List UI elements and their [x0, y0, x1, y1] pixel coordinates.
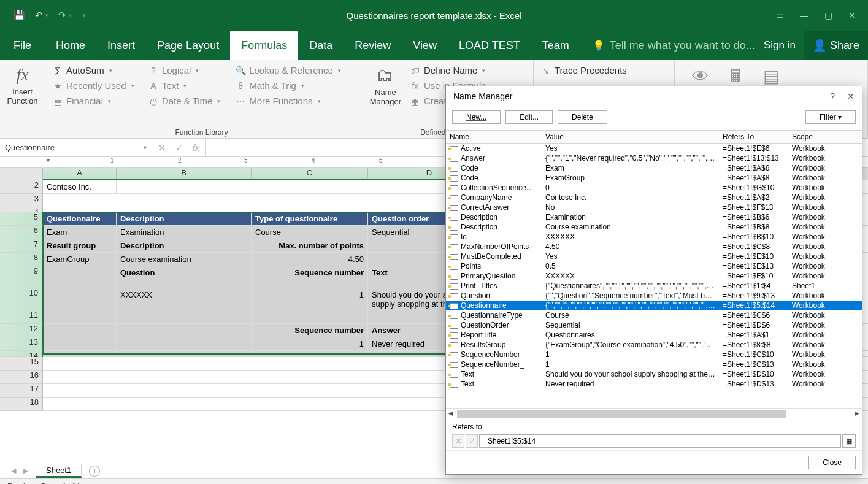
- undo-icon[interactable]: ↶▾: [35, 10, 48, 21]
- col-header-a[interactable]: A: [43, 168, 117, 180]
- col-header-refers[interactable]: Refers To: [719, 133, 788, 141]
- cell[interactable]: Exam: [43, 226, 117, 239]
- name-row[interactable]: TextShould you do your school supply sho…: [446, 369, 862, 379]
- more-functions-button[interactable]: ⋯More Functions▾: [233, 94, 353, 107]
- name-row[interactable]: DescriptionExamination=Sheet1!$B$6Workbo…: [446, 212, 862, 222]
- row-hdr-2[interactable]: 2: [0, 180, 43, 194]
- accept-refers-icon[interactable]: ✓: [466, 434, 478, 448]
- name-row[interactable]: ActiveYes=Sheet1!$E$6Workbook: [446, 144, 862, 153]
- cell[interactable]: Result group: [43, 239, 117, 252]
- tab-file[interactable]: File: [0, 31, 45, 60]
- name-row[interactable]: SequenceNumber_1=Sheet1!$C$13Workbook: [446, 359, 862, 369]
- name-row[interactable]: QuestionOrderSequential=Sheet1!$D$6Workb…: [446, 320, 862, 330]
- cell[interactable]: XXXXXX: [117, 288, 252, 310]
- tab-formulas[interactable]: Formulas: [230, 31, 298, 60]
- lookup-button[interactable]: 🔍Lookup & Reference▾: [233, 64, 353, 77]
- row-hdr-8[interactable]: 8: [0, 253, 43, 266]
- tab-data[interactable]: Data: [298, 31, 344, 60]
- cancel-icon[interactable]: ✕: [158, 143, 166, 153]
- col-header-value[interactable]: Value: [542, 133, 719, 141]
- tab-loadtest[interactable]: LOAD TEST: [448, 31, 531, 60]
- watch-window-icon[interactable]: 👁: [692, 66, 709, 86]
- financial-button[interactable]: ▤Financial▾: [50, 94, 146, 107]
- cell[interactable]: Type of questionnaire: [252, 212, 368, 225]
- row-hdr-15[interactable]: 15: [0, 357, 43, 371]
- dialog-close-icon[interactable]: ✕: [847, 91, 855, 101]
- trace-precedents-button[interactable]: ↘Trace Precedents: [539, 64, 669, 77]
- row-hdr-16[interactable]: 16: [0, 371, 43, 384]
- insert-function-button[interactable]: fx Insert Function: [5, 63, 40, 108]
- name-row[interactable]: Question{"","Question","Sequence number"…: [446, 291, 862, 301]
- row-hdr-13[interactable]: 13: [0, 337, 43, 351]
- name-row[interactable]: CorrectAnswerNo=Sheet1!$F$13Workbook: [446, 202, 862, 212]
- recently-used-button[interactable]: ★Recently Used▾: [50, 79, 146, 92]
- filter-button[interactable]: Filter ▾: [805, 110, 856, 124]
- close-icon[interactable]: ✕: [848, 10, 856, 20]
- name-list[interactable]: ActiveYes=Sheet1!$E$6WorkbookAnswer{"","…: [446, 144, 862, 408]
- cell[interactable]: 1: [252, 337, 368, 350]
- cell[interactable]: [43, 288, 117, 310]
- cell[interactable]: [43, 266, 117, 288]
- qat-customize-icon[interactable]: ▾: [82, 12, 86, 18]
- share-button[interactable]: 👤 Share: [804, 31, 868, 60]
- row-hdr-5[interactable]: 5: [0, 212, 43, 226]
- name-row[interactable]: Code_ExamGroup=Sheet1!$A$8Workbook: [446, 173, 862, 183]
- cell[interactable]: Contoso Inc.: [43, 180, 117, 193]
- cell[interactable]: Examination: [117, 226, 252, 239]
- cell[interactable]: Description: [117, 239, 252, 252]
- tab-review[interactable]: Review: [344, 31, 402, 60]
- row-hdr-7[interactable]: 7: [0, 239, 43, 253]
- cell[interactable]: 1: [252, 288, 368, 310]
- name-row[interactable]: SequenceNumber1=Sheet1!$C$10Workbook: [446, 350, 862, 359]
- name-box[interactable]: Questionnaire ▼: [0, 139, 152, 156]
- name-row[interactable]: Points0.5=Sheet1!$E$13Workbook: [446, 261, 862, 271]
- scroll-left-icon[interactable]: ◀: [448, 410, 453, 417]
- name-row[interactable]: IdXXXXXX=Sheet1!$B$10Workbook: [446, 232, 862, 242]
- fx-icon[interactable]: fx: [193, 143, 199, 153]
- tab-nav-prev[interactable]: ◀: [11, 467, 16, 475]
- enter-icon[interactable]: ✓: [175, 143, 183, 153]
- col-header-c[interactable]: C: [252, 168, 368, 180]
- tab-insert[interactable]: Insert: [96, 31, 146, 60]
- name-row[interactable]: QuestionnaireTypeCourse=Sheet1!$C$6Workb…: [446, 310, 862, 320]
- row-hdr-18[interactable]: 18: [0, 398, 43, 411]
- new-button[interactable]: New...: [452, 110, 501, 124]
- cell[interactable]: Sequence number: [252, 324, 368, 337]
- name-row[interactable]: CollectionSequenceNu...0=Sheet1!$G$10Wor…: [446, 183, 862, 193]
- name-row[interactable]: ReportTitleQuestionnaires=Sheet1!$A$1Wor…: [446, 330, 862, 340]
- signin-button[interactable]: Sign in: [755, 31, 804, 60]
- tab-team[interactable]: Team: [531, 31, 580, 60]
- close-button[interactable]: Close: [808, 456, 856, 469]
- row-hdr-14[interactable]: 14: [0, 351, 43, 357]
- col-header-scope[interactable]: Scope: [788, 133, 850, 141]
- row-hdr-4[interactable]: 4: [0, 207, 43, 212]
- cell[interactable]: Question: [117, 266, 252, 288]
- row-hdr-10[interactable]: 10: [0, 288, 43, 310]
- edit-button[interactable]: Edit...: [505, 110, 553, 124]
- row-hdr-11[interactable]: 11: [0, 310, 43, 324]
- col-header-b[interactable]: B: [117, 168, 252, 180]
- scroll-thumb[interactable]: [457, 410, 786, 418]
- mathtrig-button[interactable]: θMath & Trig▾: [233, 79, 353, 92]
- dropdown-arrow-icon[interactable]: ▼: [142, 145, 148, 151]
- datetime-button[interactable]: ◷Date & Time▾: [146, 94, 233, 107]
- refers-to-input[interactable]: [479, 434, 841, 448]
- tab-view[interactable]: View: [402, 31, 448, 60]
- tab-pagelayout[interactable]: Page Layout: [146, 31, 230, 60]
- name-row[interactable]: Questionnaire{"","","","","","","","",""…: [446, 301, 862, 310]
- collapse-dialog-icon[interactable]: ▦: [842, 434, 856, 448]
- maximize-icon[interactable]: ▢: [824, 10, 832, 20]
- logical-button[interactable]: ?Logical▾: [146, 64, 233, 77]
- name-manager-button[interactable]: 🗂 Name Manager: [363, 63, 408, 109]
- name-row[interactable]: Text_Never required=Sheet1!$D$13Workbook: [446, 379, 862, 389]
- name-row[interactable]: ResultsGroup{"ExamGroup","Course examina…: [446, 340, 862, 350]
- minimize-icon[interactable]: ―: [800, 10, 808, 20]
- cancel-refers-icon[interactable]: ✕: [452, 434, 464, 448]
- autosum-button[interactable]: ∑AutoSum▾: [50, 64, 146, 77]
- row-hdr-17[interactable]: 17: [0, 384, 43, 398]
- name-row[interactable]: Print_Titles{"Questionnaires","","","","…: [446, 281, 862, 291]
- cell[interactable]: ExamGroup: [43, 253, 117, 266]
- scroll-right-icon[interactable]: ▶: [855, 410, 859, 417]
- redo-icon[interactable]: ↷▾: [58, 10, 72, 21]
- text-button[interactable]: AText▾: [146, 79, 233, 92]
